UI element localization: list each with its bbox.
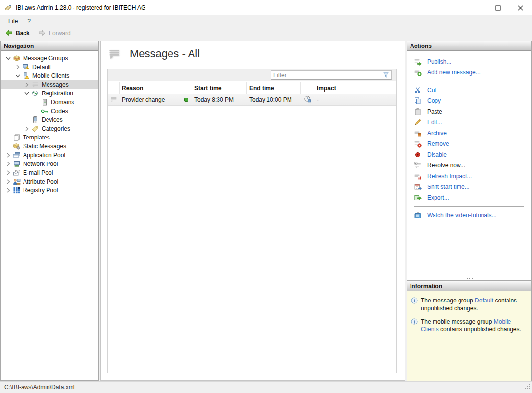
column-header-selector[interactable] bbox=[108, 82, 120, 94]
action-resolve-now[interactable]: Resolve now... bbox=[414, 160, 527, 171]
chevron-spacer bbox=[32, 107, 41, 115]
menubar: File ? bbox=[0, 15, 532, 27]
action-remove[interactable]: Remove bbox=[414, 139, 527, 149]
mobile-warning-icon bbox=[22, 72, 30, 80]
action-edit[interactable]: Edit... bbox=[414, 117, 527, 128]
app-window: IBI-aws Admin 1.28.0 - registered for IB… bbox=[0, 0, 532, 393]
forward-button[interactable]: Forward bbox=[38, 28, 71, 39]
tree-item-messages[interactable]: Messages bbox=[1, 80, 98, 89]
back-button[interactable]: Back bbox=[4, 28, 30, 39]
edit-icon bbox=[414, 118, 422, 126]
information-header: Information bbox=[407, 281, 531, 291]
static-messages-icon bbox=[13, 142, 21, 150]
resize-grip-icon[interactable] bbox=[524, 383, 530, 391]
menu-file[interactable]: File bbox=[0, 18, 23, 24]
video-tutorials-icon bbox=[414, 211, 422, 219]
cell-reason: Provider change bbox=[120, 96, 180, 103]
info-icon bbox=[411, 318, 418, 333]
action-archive[interactable]: Archive bbox=[414, 128, 527, 139]
chevron-right-icon[interactable] bbox=[4, 178, 13, 185]
network-pool-icon bbox=[13, 160, 21, 168]
actions-header: Actions bbox=[407, 41, 531, 51]
tree-item-application-pool[interactable]: Application Pool bbox=[1, 151, 98, 160]
filter-input[interactable] bbox=[271, 72, 382, 79]
table-row[interactable]: Provider change Today 8:30 PM Today 10:0… bbox=[108, 94, 396, 106]
forward-arrow-icon bbox=[38, 28, 47, 39]
minimize-icon[interactable] bbox=[464, 0, 486, 15]
chevron-down-icon[interactable] bbox=[4, 54, 13, 62]
action-add-new-message[interactable]: Add new message... bbox=[414, 67, 527, 78]
navigation-header: Navigation bbox=[1, 41, 98, 51]
chevron-right-icon[interactable] bbox=[4, 160, 13, 168]
tree-item-network-pool[interactable]: Network Pool bbox=[1, 160, 98, 168]
email-pool-icon bbox=[13, 169, 21, 177]
tree-item-registry-pool[interactable]: Registry Pool bbox=[1, 186, 98, 195]
chevron-right-icon[interactable] bbox=[23, 81, 31, 89]
action-watch-video-tutorials[interactable]: Watch the video-tutorials... bbox=[414, 210, 527, 221]
archive-icon bbox=[414, 129, 422, 137]
tree-item-static-messages[interactable]: Static Messages bbox=[1, 142, 98, 151]
action-publish[interactable]: Publish... bbox=[414, 56, 527, 67]
chevron-down-icon[interactable] bbox=[23, 90, 31, 97]
green-dot-icon bbox=[184, 98, 188, 102]
ibi-aws-app-icon bbox=[4, 4, 12, 12]
action-export[interactable]: Export... bbox=[414, 192, 527, 203]
actions-separator bbox=[414, 206, 524, 207]
chevron-spacer bbox=[4, 134, 13, 141]
tree-item-registration[interactable]: Registration bbox=[1, 89, 98, 98]
tree-item-codes[interactable]: Codes bbox=[1, 107, 98, 116]
devices-icon bbox=[31, 116, 39, 124]
message-icon bbox=[110, 95, 118, 105]
filter-funnel-icon[interactable] bbox=[382, 72, 390, 79]
tree-item-email-pool[interactable]: E-mail Pool bbox=[1, 168, 98, 177]
statusbar: C:\IBI-aws\Admin\Data.xml bbox=[0, 381, 532, 393]
tree-item-default[interactable]: Default bbox=[1, 63, 98, 71]
action-refresh-impact[interactable]: Refresh Impact... bbox=[414, 171, 527, 182]
navigation-tree: Message Groups Default Mobile Clients Me… bbox=[1, 51, 98, 195]
action-shift-start-time[interactable]: Shift start time... bbox=[414, 182, 527, 192]
action-paste[interactable]: Paste bbox=[414, 106, 527, 117]
chevron-spacer bbox=[23, 116, 31, 124]
registration-icon bbox=[31, 90, 39, 97]
tree-item-attribute-pool[interactable]: Attribute Pool bbox=[1, 177, 98, 186]
chevron-down-icon[interactable] bbox=[13, 72, 22, 80]
export-icon bbox=[414, 194, 422, 202]
splitter-grip-icon[interactable] bbox=[469, 278, 470, 279]
maximize-icon[interactable] bbox=[486, 0, 509, 15]
column-header-reason[interactable]: Reason bbox=[120, 82, 180, 94]
action-cut[interactable]: Cut bbox=[414, 85, 527, 95]
cell-start-time: Today 8:30 PM bbox=[192, 96, 247, 103]
messages-card: Reason Start time End time Impact Provid… bbox=[107, 69, 397, 373]
window-title: IBI-aws Admin 1.28.0 - registered for IB… bbox=[16, 4, 145, 11]
info-link-default[interactable]: Default bbox=[475, 297, 493, 304]
chevron-right-icon[interactable] bbox=[13, 63, 22, 71]
filter-band bbox=[108, 69, 396, 81]
close-icon[interactable] bbox=[509, 0, 532, 15]
action-disable[interactable]: Disable bbox=[414, 149, 527, 160]
publish-icon bbox=[414, 58, 422, 66]
chevron-right-icon[interactable] bbox=[4, 186, 13, 194]
column-header-impact-icon[interactable] bbox=[301, 82, 314, 94]
tree-item-templates[interactable]: Templates bbox=[1, 133, 98, 142]
navigation-panel: Navigation Message Groups Default Mobile… bbox=[0, 41, 99, 381]
chevron-right-icon[interactable] bbox=[23, 125, 31, 133]
column-header-impact[interactable]: Impact bbox=[314, 82, 362, 94]
chevron-right-icon[interactable] bbox=[4, 151, 13, 159]
tree-item-mobile-clients[interactable]: Mobile Clients bbox=[1, 71, 98, 80]
info-item-default: The message group Default contains unpub… bbox=[411, 297, 527, 312]
action-copy[interactable]: Copy bbox=[414, 95, 527, 106]
tree-item-domains[interactable]: Domains bbox=[1, 98, 98, 107]
chevron-right-icon[interactable] bbox=[4, 169, 13, 177]
tree-item-categories[interactable]: Categories bbox=[1, 124, 98, 133]
menu-help[interactable]: ? bbox=[23, 18, 36, 24]
remove-icon bbox=[414, 140, 422, 148]
information-panel: Information The message group Default co… bbox=[407, 281, 532, 382]
attribute-pool-icon bbox=[13, 178, 21, 185]
column-header-start-time[interactable]: Start time bbox=[192, 82, 247, 94]
tree-item-message-groups[interactable]: Message Groups bbox=[1, 54, 98, 63]
column-header-end-time[interactable]: End time bbox=[247, 82, 301, 94]
column-header-status[interactable] bbox=[180, 82, 192, 94]
impact-clock-icon bbox=[304, 95, 312, 105]
tree-item-devices[interactable]: Devices bbox=[1, 116, 98, 124]
main-panel: Messages - All Reason Start time End tim… bbox=[100, 41, 405, 381]
